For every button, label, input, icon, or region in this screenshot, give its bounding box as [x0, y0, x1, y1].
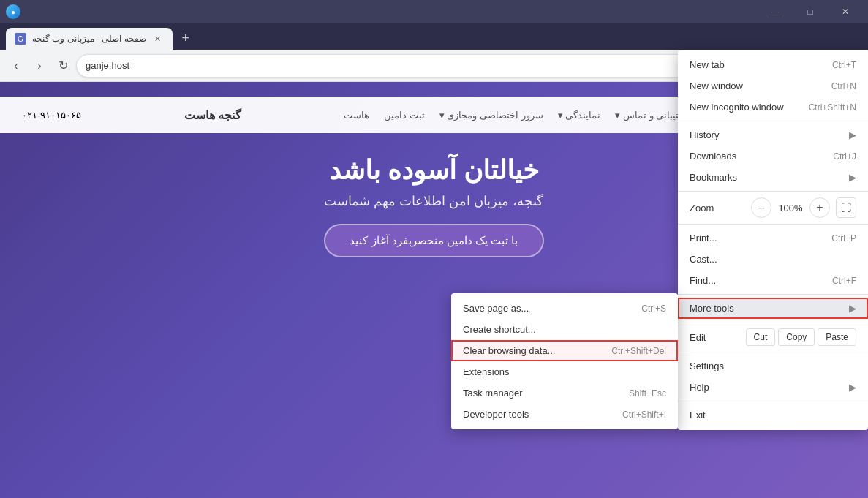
- menu-item-new-window[interactable]: New window Ctrl+N: [678, 75, 868, 97]
- submenu-clear-browsing-shortcut: Ctrl+Shift+Del: [611, 346, 666, 356]
- menu-item-history[interactable]: History ▶: [678, 124, 868, 146]
- menu-item-print-label: Print...: [690, 233, 831, 244]
- menu-item-settings[interactable]: Settings: [678, 355, 868, 377]
- hero-heading: خیالتان آسوده باشد: [324, 155, 543, 186]
- nav-link-host[interactable]: هاست: [344, 110, 369, 121]
- more-tools-arrow-icon: ▶: [849, 303, 856, 314]
- menu-divider-2: [678, 191, 868, 192]
- submenu-clear-browsing-label: Clear browsing data...: [463, 345, 555, 356]
- menu-item-exit-label: Exit: [690, 410, 856, 420]
- back-button[interactable]: ‹: [6, 56, 26, 76]
- zoom-label: Zoom: [690, 203, 751, 214]
- menu-item-find[interactable]: Find... Ctrl+F: [678, 270, 868, 291]
- menu-item-bookmarks-label: Bookmarks: [690, 172, 840, 183]
- submenu-task-manager-shortcut: Shift+Esc: [629, 388, 666, 399]
- menu-item-find-label: Find...: [690, 275, 832, 286]
- maximize-button[interactable]: □: [793, 0, 827, 23]
- cut-button[interactable]: Cut: [746, 328, 776, 346]
- menu-divider-5: [678, 322, 868, 322]
- title-bar: ● ─ □ ✕: [0, 0, 868, 23]
- menu-divider-7: [678, 401, 868, 401]
- more-tools-submenu: Save page as... Ctrl+S Create shortcut..…: [451, 293, 678, 429]
- menu-item-more-tools-label: More tools: [690, 303, 846, 314]
- zoom-row: Zoom – 100% + ⛶: [678, 195, 868, 221]
- menu-item-print[interactable]: Print... Ctrl+P: [678, 227, 868, 249]
- submenu-item-dev-tools[interactable]: Developer tools Ctrl+Shift+I: [451, 404, 678, 425]
- forward-button[interactable]: ›: [29, 56, 50, 76]
- menu-item-incognito-label: New incognito window: [690, 102, 809, 113]
- main-menu: New tab Ctrl+T New window Ctrl+N New inc…: [678, 50, 868, 430]
- nav-link-domain[interactable]: ثبت دامین: [384, 110, 425, 121]
- submenu-extensions-label: Extensions: [463, 366, 510, 377]
- menu-divider-1: [678, 121, 868, 121]
- tab-favicon: G: [15, 33, 26, 45]
- minimize-button[interactable]: ─: [758, 0, 792, 23]
- menu-item-new-tab-label: New tab: [690, 59, 832, 70]
- menu-divider-3: [678, 224, 868, 225]
- submenu-create-shortcut-label: Create shortcut...: [463, 324, 536, 335]
- tab-close-button[interactable]: ✕: [152, 33, 164, 45]
- submenu-task-manager-label: Task manager: [463, 388, 523, 399]
- submenu-item-save-page[interactable]: Save page as... Ctrl+S: [451, 298, 678, 319]
- menu-item-settings-label: Settings: [690, 361, 856, 371]
- browser-icon: ●: [6, 4, 20, 19]
- menu-item-downloads[interactable]: Downloads Ctrl+J: [678, 146, 868, 167]
- menu-item-history-label: History: [690, 129, 840, 140]
- zoom-value: 100%: [777, 203, 804, 214]
- menu-overlay: New tab Ctrl+T New window Ctrl+N New inc…: [678, 50, 868, 430]
- submenu-save-page-label: Save page as...: [463, 303, 529, 314]
- copy-button[interactable]: Copy: [778, 328, 815, 346]
- menu-item-downloads-shortcut: Ctrl+J: [833, 151, 856, 162]
- new-tab-button[interactable]: +: [176, 28, 196, 48]
- page-logo: گنجه هاست: [184, 108, 241, 122]
- menu-item-new-tab-shortcut: Ctrl+T: [832, 60, 856, 70]
- menu-item-cast-label: Cast...: [690, 254, 856, 265]
- tab-bar: G صفحه اصلی - میزبانی وب گنجه ✕ +: [0, 23, 868, 50]
- menu-item-exit[interactable]: Exit: [678, 404, 868, 426]
- page-hero: خیالتان آسوده باشد گنجه، میزبان امن اطلا…: [309, 133, 558, 257]
- menu-divider-6: [678, 352, 868, 352]
- address-text: ganje.host: [86, 60, 129, 71]
- edit-row: Edit Cut Copy Paste: [678, 325, 868, 349]
- menu-divider-4: [678, 294, 868, 295]
- submenu-item-extensions[interactable]: Extensions: [451, 361, 678, 382]
- paste-button[interactable]: Paste: [818, 328, 856, 346]
- active-tab[interactable]: G صفحه اصلی - میزبانی وب گنجه ✕: [6, 28, 173, 50]
- page-navbar-links: پشتیبانی و تماس ▾ نمایندگی ▾ سرور اختصاص…: [344, 110, 690, 121]
- submenu-save-page-shortcut: Ctrl+S: [641, 303, 666, 314]
- submenu-dev-tools-label: Developer tools: [463, 409, 529, 420]
- hero-subtext: گنجه، میزبان امن اطلاعات مهم شماست: [324, 193, 543, 209]
- bookmarks-arrow-icon: ▶: [849, 172, 856, 183]
- close-button[interactable]: ✕: [829, 0, 862, 23]
- menu-item-bookmarks[interactable]: Bookmarks ▶: [678, 167, 868, 188]
- zoom-out-button[interactable]: –: [751, 197, 771, 218]
- edit-label: Edit: [690, 332, 743, 343]
- menu-item-help-label: Help: [690, 382, 846, 393]
- menu-item-new-window-label: New window: [690, 80, 831, 91]
- menu-item-incognito[interactable]: New incognito window Ctrl+Shift+N: [678, 97, 868, 118]
- title-bar-controls: ─ □ ✕: [758, 0, 862, 23]
- menu-item-downloads-label: Downloads: [690, 151, 833, 162]
- zoom-fullscreen-button[interactable]: ⛶: [836, 197, 856, 218]
- nav-link-rep[interactable]: نمایندگی ▾: [558, 110, 601, 121]
- menu-item-new-window-shortcut: Ctrl+N: [831, 81, 856, 91]
- menu-item-incognito-shortcut: Ctrl+Shift+N: [809, 102, 856, 113]
- hero-cta-button[interactable]: با ثبت یک دامین منحصربفرد آغاز کنید: [324, 224, 543, 257]
- submenu-item-create-shortcut[interactable]: Create shortcut...: [451, 319, 678, 340]
- menu-item-help[interactable]: Help ▶: [678, 377, 868, 398]
- help-arrow-icon: ▶: [849, 382, 856, 393]
- submenu-dev-tools-shortcut: Ctrl+Shift+I: [622, 410, 666, 420]
- submenu-item-clear-browsing[interactable]: Clear browsing data... Ctrl+Shift+Del: [451, 340, 678, 361]
- menu-item-new-tab[interactable]: New tab Ctrl+T: [678, 54, 868, 75]
- nav-link-server[interactable]: سرور اختصاصی ومجازی ▾: [439, 110, 543, 121]
- reload-button[interactable]: ↻: [53, 56, 73, 76]
- submenu-item-task-manager[interactable]: Task manager Shift+Esc: [451, 382, 678, 404]
- menu-item-more-tools[interactable]: More tools ▶ Save page as... Ctrl+S Crea…: [678, 298, 868, 319]
- phone-number: ۰۲۱-۹۱۰۱۵۰۶۵: [22, 110, 81, 121]
- zoom-in-button[interactable]: +: [809, 197, 830, 218]
- menu-item-cast[interactable]: Cast...: [678, 249, 868, 270]
- history-arrow-icon: ▶: [849, 129, 856, 140]
- menu-item-print-shortcut: Ctrl+P: [831, 233, 856, 244]
- tab-title: صفحه اصلی - میزبانی وب گنجه: [32, 34, 146, 44]
- menu-item-find-shortcut: Ctrl+F: [832, 276, 856, 286]
